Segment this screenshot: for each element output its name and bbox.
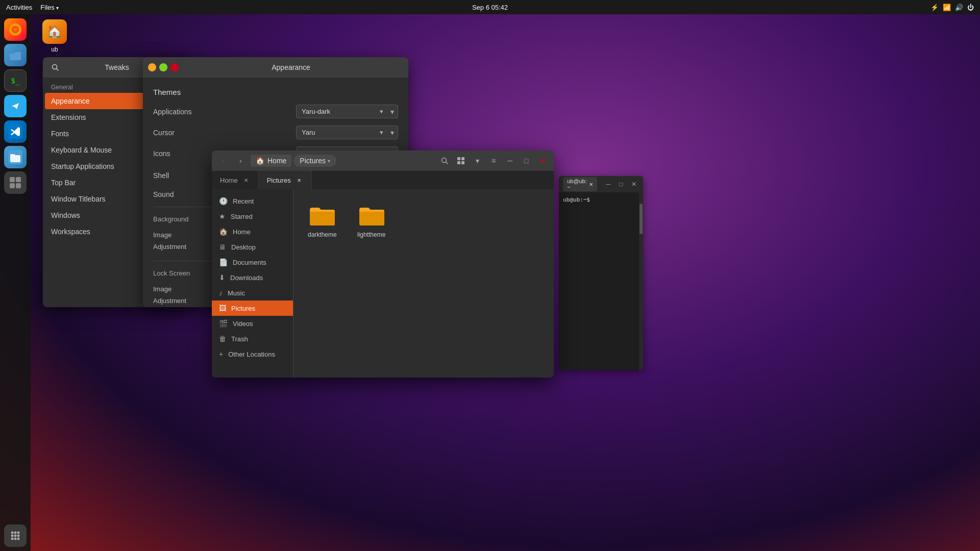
folder-lighttheme[interactable]: lighttheme	[353, 199, 390, 242]
sidebar-music[interactable]: ♪ Music	[212, 285, 293, 300]
terminal-scrollbar-thumb	[640, 204, 643, 234]
terminal-close[interactable]: ✕	[629, 177, 639, 191]
sidebar-other-locations[interactable]: + Other Locations	[212, 346, 293, 362]
svg-rect-11	[16, 177, 21, 182]
terminal-content: ub@ub:~$	[559, 192, 643, 370]
home-icon: 🏠	[256, 157, 264, 165]
dock-item-show-apps[interactable]	[4, 524, 27, 547]
terminal-tab-close[interactable]: ✕	[589, 182, 593, 187]
dock-item-nautilus[interactable]	[4, 146, 27, 168]
network-icon[interactable]: 📶	[943, 4, 951, 11]
close-tab-pictures[interactable]: ✕	[295, 176, 303, 184]
forward-button[interactable]: ›	[233, 154, 248, 168]
datetime-display: Sep 6 05:42	[472, 4, 508, 11]
folder-icon-lighttheme	[357, 204, 386, 228]
breadcrumb-nav: 🏠 Home Pictures ▾	[251, 155, 434, 167]
recent-icon: 🕐	[219, 197, 228, 205]
grid-view-button[interactable]	[454, 154, 468, 168]
shell-label: Shell	[153, 171, 169, 180]
svg-point-22	[17, 538, 20, 540]
svg-rect-30	[457, 157, 460, 160]
dock-item-vscode[interactable]	[4, 120, 27, 143]
sidebar-downloads[interactable]: ⬇ Downloads	[212, 270, 293, 285]
cursor-theme-row: Cursor Yaru ▾	[153, 126, 398, 139]
volume-icon[interactable]: 🔊	[955, 4, 963, 11]
sidebar-recent[interactable]: 🕐 Recent	[212, 193, 293, 209]
terminal-scrollbar[interactable]	[639, 192, 643, 370]
breadcrumb-pictures[interactable]: Pictures ▾	[293, 155, 336, 167]
svg-rect-10	[10, 177, 15, 182]
sidebar-pictures[interactable]: 🖼 Pictures	[212, 300, 293, 316]
home-folder-icon: 🏠	[219, 228, 228, 236]
terminal-window: ub@ub: ~ ✕ ─ □ ✕ ub@ub:~$	[559, 176, 643, 370]
tab-home[interactable]: Home ✕	[212, 171, 259, 189]
desktop-icon-ub[interactable]: 🏠 ub	[37, 19, 72, 53]
svg-point-14	[11, 532, 14, 534]
tab-pictures[interactable]: Pictures ✕	[259, 171, 312, 189]
sidebar-home[interactable]: 🏠 Home	[212, 224, 293, 239]
svg-rect-12	[10, 183, 15, 188]
terminal-titlebar: ub@ub: ~ ✕ ─ □ ✕	[559, 176, 643, 192]
sidebar-videos[interactable]: 🎬 Videos	[212, 316, 293, 331]
breadcrumb-home[interactable]: 🏠 Home	[251, 155, 291, 167]
tweaks-search-button[interactable]	[48, 60, 62, 74]
maximize-button[interactable]: □	[159, 63, 167, 71]
starred-icon: ★	[219, 212, 226, 220]
desktop-icon-ub-label: ub	[51, 46, 58, 53]
dock-item-files[interactable]	[4, 44, 27, 66]
dock-item-telegram[interactable]	[4, 95, 27, 117]
documents-icon: 📄	[219, 258, 228, 266]
applications-select[interactable]: Yaru-dark ▾	[296, 105, 398, 118]
svg-point-21	[14, 538, 17, 540]
list-view-button[interactable]: ≡	[486, 154, 501, 168]
svg-point-20	[11, 538, 14, 540]
terminal-minimize[interactable]: ─	[603, 177, 613, 191]
terminal-maximize[interactable]: □	[616, 177, 626, 191]
svg-line-29	[446, 162, 448, 164]
folder-lighttheme-label: lighttheme	[357, 231, 385, 238]
music-icon: ♪	[219, 289, 223, 297]
minimize-files-button[interactable]: ─	[503, 154, 517, 168]
view-toggle-button[interactable]: ▾	[470, 154, 484, 168]
back-button[interactable]: ‹	[216, 154, 230, 168]
sidebar-desktop[interactable]: 🖥 Desktop	[212, 239, 293, 255]
files-window: ‹ › 🏠 Home Pictures ▾	[212, 151, 554, 378]
maximize-files-button[interactable]: □	[519, 154, 533, 168]
activities-button[interactable]: Activities	[6, 4, 32, 11]
other-locations-icon: +	[219, 350, 223, 358]
svg-rect-33	[461, 161, 464, 164]
terminal-tab[interactable]: ub@ub: ~ ✕	[563, 177, 597, 191]
bluetooth-icon[interactable]: ⚡	[930, 4, 939, 11]
top-system-bar: Activities Files ▾ Sep 6 05:42 ⚡ 📶 🔊 ⏻	[0, 0, 980, 14]
applications-label: Applications	[153, 108, 192, 116]
close-button[interactable]: ✕	[170, 63, 179, 71]
appearance-titlebar: ─ □ ✕ Appearance	[143, 57, 408, 78]
pictures-icon: 🖼	[219, 304, 226, 312]
files-tab-bar: Home ✕ Pictures ✕	[212, 171, 554, 189]
power-icon[interactable]: ⏻	[967, 4, 974, 11]
svg-point-15	[14, 532, 17, 534]
close-tab-home[interactable]: ✕	[242, 176, 250, 184]
svg-point-17	[11, 535, 14, 537]
search-button[interactable]	[437, 154, 452, 168]
dock-item-terminal[interactable]: $_	[4, 69, 27, 92]
close-files-button[interactable]: ✕	[535, 154, 550, 168]
folder-icon-darktheme	[308, 204, 336, 228]
files-body: 🕐 Recent ★ Starred 🏠 Home 🖥 Desktop 📄 Do…	[212, 189, 554, 378]
sound-label: Sound	[153, 190, 174, 198]
files-main-content: darktheme lighttheme	[293, 189, 554, 378]
svg-point-2	[13, 28, 17, 32]
dock-item-firefox[interactable]	[4, 18, 27, 41]
themes-heading: Themes	[153, 88, 398, 96]
sidebar-trash[interactable]: 🗑 Trash	[212, 331, 293, 346]
folder-darktheme[interactable]: darktheme	[304, 199, 341, 242]
dock-item-extensions[interactable]	[4, 171, 27, 194]
dock: $_	[0, 14, 31, 551]
trash-sidebar-icon: 🗑	[219, 335, 226, 343]
files-menu[interactable]: Files ▾	[40, 4, 59, 11]
sidebar-documents[interactable]: 📄 Documents	[212, 255, 293, 270]
svg-rect-4	[10, 51, 15, 54]
minimize-button[interactable]: ─	[148, 63, 156, 71]
cursor-select[interactable]: Yaru ▾	[296, 126, 398, 139]
sidebar-starred[interactable]: ★ Starred	[212, 209, 293, 224]
